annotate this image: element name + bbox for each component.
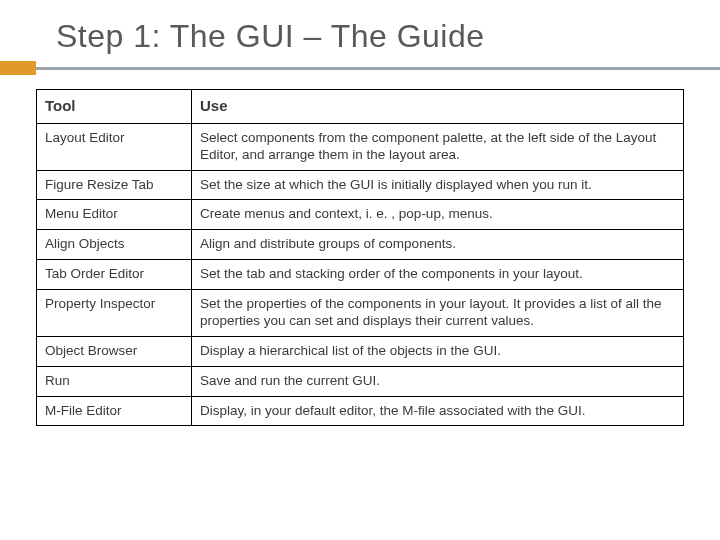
cell-use: Display a hierarchical list of the objec…	[192, 336, 684, 366]
cell-use: Set the size at which the GUI is initial…	[192, 170, 684, 200]
table-row: Figure Resize Tab Set the size at which …	[37, 170, 684, 200]
header-tool: Tool	[37, 90, 192, 124]
cell-tool: Run	[37, 366, 192, 396]
cell-use: Set the properties of the components in …	[192, 290, 684, 337]
cell-use: Set the tab and stacking order of the co…	[192, 260, 684, 290]
rule-accent	[0, 61, 36, 75]
cell-tool: Figure Resize Tab	[37, 170, 192, 200]
slide: Step 1: The GUI – The Guide Tool Use Lay…	[0, 0, 720, 540]
cell-tool: Property Inspector	[37, 290, 192, 337]
page-title: Step 1: The GUI – The Guide	[56, 18, 684, 55]
tools-table: Tool Use Layout Editor Select components…	[36, 89, 684, 426]
table-row: Object Browser Display a hierarchical li…	[37, 336, 684, 366]
cell-use: Select components from the component pal…	[192, 123, 684, 170]
cell-tool: Align Objects	[37, 230, 192, 260]
title-rule	[36, 61, 684, 75]
table-row: Tab Order Editor Set the tab and stackin…	[37, 260, 684, 290]
rule-line	[0, 67, 720, 70]
cell-tool: Tab Order Editor	[37, 260, 192, 290]
table-row: Align Objects Align and distribute group…	[37, 230, 684, 260]
cell-tool: M-File Editor	[37, 396, 192, 426]
cell-tool: Menu Editor	[37, 200, 192, 230]
table-row: Property Inspector Set the properties of…	[37, 290, 684, 337]
cell-use: Save and run the current GUI.	[192, 366, 684, 396]
cell-use: Align and distribute groups of component…	[192, 230, 684, 260]
table-row: Run Save and run the current GUI.	[37, 366, 684, 396]
table-row: Layout Editor Select components from the…	[37, 123, 684, 170]
table-row: M-File Editor Display, in your default e…	[37, 396, 684, 426]
cell-tool: Object Browser	[37, 336, 192, 366]
cell-use: Display, in your default editor, the M-f…	[192, 396, 684, 426]
table-header-row: Tool Use	[37, 90, 684, 124]
table-row: Menu Editor Create menus and context, i.…	[37, 200, 684, 230]
cell-tool: Layout Editor	[37, 123, 192, 170]
header-use: Use	[192, 90, 684, 124]
cell-use: Create menus and context, i. e. , pop-up…	[192, 200, 684, 230]
